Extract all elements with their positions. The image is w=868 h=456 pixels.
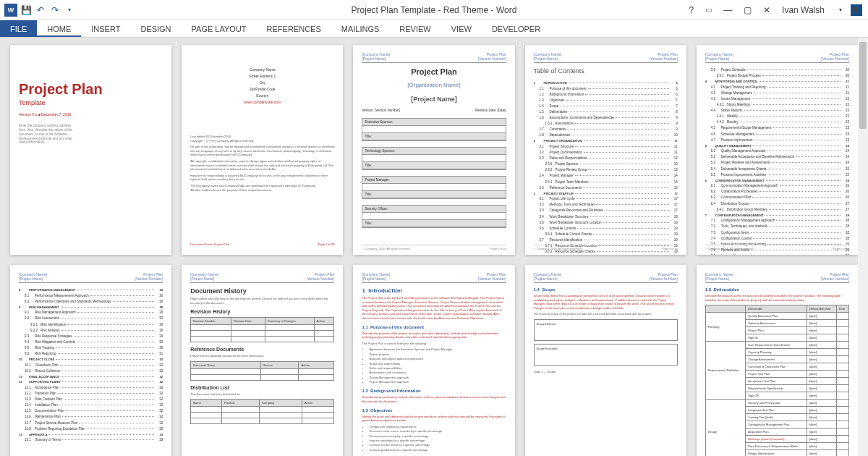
toc-entry: 1.6.1Assumptions9 — [534, 121, 678, 127]
toc-entry: 7.1Configuration Management Approach28 — [705, 218, 849, 224]
undo-icon[interactable]: ↶ — [35, 4, 46, 16]
user-badge[interactable]: K — [851, 4, 862, 16]
toc-entry: 12.4Installation Plan32 — [19, 402, 163, 408]
vertical-scrollbar[interactable] — [858, 38, 868, 456]
toc-entry: 2PROJECT ORGANIZATION11 — [534, 138, 678, 144]
page-thumbnail[interactable]: [Company Name][Project Name] Project Pla… — [525, 265, 686, 456]
distribution-table: NamePositionCompanyAction — [190, 399, 334, 424]
toc-entry: 9.6Risk Reporting31 — [19, 351, 163, 357]
toc-entry: 4MONITORING AND CONTROL21 — [705, 79, 849, 85]
toc-entry: 6.3Communication Plan26 — [705, 195, 849, 200]
toc-entry: 6COMMUNICATION MANAGEMENT26 — [705, 178, 849, 184]
page-thumbnail[interactable]: [Company Name][Project Name] Project Pla… — [697, 45, 858, 255]
pages-grid: Project Plan Template Version X.x ■ Dece… — [10, 45, 858, 456]
section-heading: 1 Introduction — [362, 287, 506, 294]
bullet-list: Agreement between the Executive Sponsor … — [369, 347, 506, 384]
page-header: [Company Name][Project Name] Project Pla… — [362, 272, 506, 283]
toc-entry: 1.3Objectives7 — [534, 98, 678, 104]
page-header: [Company Name][Project Name] Project Pla… — [534, 52, 678, 63]
toc-entry: 1.7Constraints9 — [534, 127, 678, 132]
close-icon[interactable]: ✕ — [760, 4, 773, 17]
toc-entry: 7.2Tools, Techniques, and methods28 — [705, 224, 849, 229]
scope-box: Scope Excluded — [534, 344, 678, 366]
toc-entry: 3.2Methods, Tools and Techniques17 — [534, 202, 678, 208]
subsection: 1.1 Purpose of this document — [362, 325, 506, 329]
page-thumbnail[interactable]: Project Plan Template Version X.x ■ Dece… — [10, 45, 171, 255]
signature-box: Security Officer:Title: — [362, 205, 506, 228]
page-thumbnail[interactable]: [Company Name][Project Name] Project Pla… — [10, 265, 171, 456]
qat-dropdown-icon[interactable]: ▾ — [64, 4, 75, 16]
tab-developer[interactable]: DEVELOPER — [482, 20, 550, 37]
page-header: [Company Name][Project Name] Project Pla… — [534, 272, 678, 283]
page-thumbnail[interactable]: [Company Name][Project Name] Project Pla… — [353, 265, 514, 456]
toc-list: 8PERFORMANCE MANAGEMENT308.1Performance … — [19, 287, 163, 443]
toc-entry: 2.4.1Project Team Members14 — [534, 180, 678, 185]
toc-entry: 13.1Glossary of Terms33 — [19, 437, 163, 443]
page-thumbnail[interactable]: [Company Name][Project Name] Project Pla… — [353, 45, 514, 255]
revision-table: Revision NumberRevision DateSummary of C… — [190, 317, 334, 342]
tab-view[interactable]: VIEW — [441, 20, 482, 37]
cover-description: Enter the company address address here. … — [19, 124, 77, 145]
maximize-icon[interactable]: ▢ — [741, 4, 754, 17]
toc-entry: 5.5Process Improvement Activities25 — [705, 172, 849, 178]
page-thumbnail[interactable]: [Company Name][Project Name] Project Pla… — [182, 265, 343, 456]
toc-entry: 12.8Problem Reporting Escalation Plan32 — [19, 426, 163, 432]
toc-entry: 12.6Maintenance Plan32 — [19, 414, 163, 420]
scope-box: Scope Defined — [534, 319, 678, 341]
tab-review[interactable]: REVIEW — [389, 20, 441, 37]
toc-entry: 1.1Purpose of this document6 — [534, 86, 678, 92]
pages-area[interactable]: Project Plan Template Version X.x ■ Dece… — [0, 38, 868, 456]
toc-entry: 5.1Quality Management Approach24 — [705, 148, 849, 154]
toc-entry: 6.2Collaboration Procedures26 — [705, 189, 849, 195]
tab-page-layout[interactable]: PAGE LAYOUT — [182, 20, 257, 37]
legal-text: Last edited: 07 December 2016 Copyright … — [190, 135, 334, 192]
toc-entry: 1.5Deliverables8 — [534, 109, 678, 115]
form-meta: Version: [Version Number] Revision Date:… — [362, 109, 506, 112]
toc-entry: 4.4.1Weekly23 — [705, 114, 849, 119]
tab-file[interactable]: FILE — [0, 20, 37, 37]
toc-entry: 3.3Categorize Resources and Estimates17 — [534, 208, 678, 214]
page-thumbnail[interactable]: [Company Name][Project Name] Project Pla… — [697, 265, 858, 456]
tab-mailings[interactable]: MAILINGS — [331, 20, 390, 37]
ribbon-options-icon[interactable]: ▭ — [702, 4, 715, 15]
toc-entry: 9.2.1Risk Identification30 — [19, 322, 163, 328]
toc-entry: 4.3Issues Management22 — [705, 96, 849, 102]
signature-box: Executive Sponsor:Title: — [362, 118, 506, 141]
scroll-thumb[interactable] — [859, 42, 867, 129]
toc-entry: 1INTRODUCTION6 — [534, 80, 678, 86]
page-thumbnail[interactable]: [Company Name][Project Name] Project Pla… — [525, 45, 686, 255]
form-title: Project Plan — [362, 67, 506, 76]
toc-entry: 2.3.1Project Sponsor13 — [534, 161, 678, 167]
tab-home[interactable]: HOME — [37, 20, 81, 37]
toc-entry: 4.4Status Reports23 — [705, 108, 849, 114]
toc-entry: 12.7Project Service Measure Plan32 — [19, 421, 163, 426]
toc-entry: 9.2Risk Assessment30 — [19, 316, 163, 321]
tab-design[interactable]: DESIGN — [130, 20, 181, 37]
toc-entry: 5.2Deliverable Acceptance and Baseline M… — [705, 154, 849, 160]
proj-name: [Project Name] — [362, 96, 506, 103]
cover-title: Project Plan — [19, 81, 163, 98]
subsection: 1.4 Scope — [534, 287, 678, 292]
toc-entry: 1.4Scope7 — [534, 104, 678, 109]
toc-entry: 4.4.2Monthly23 — [705, 119, 849, 125]
page-footer: Document Name: Project Plan Page 2 of 33 — [190, 242, 334, 246]
toc-entry: 7.4Configuration Control28 — [705, 236, 849, 242]
help-icon[interactable]: ? — [686, 4, 697, 17]
user-dropdown-icon[interactable]: ▾ — [836, 5, 845, 14]
toc-entry: 9.4Risk Mitigation and Controls30 — [19, 339, 163, 345]
save-icon[interactable]: 💾 — [20, 4, 32, 16]
tab-references[interactable]: REFERENCES — [257, 20, 331, 37]
toc-entry: 7CONFIGURATION MANAGEMENT28 — [705, 213, 849, 219]
page-thumbnail[interactable]: Company Name Street Address 1 City Zip/P… — [182, 45, 343, 255]
toc-entry: 9.2.2Risk Analysis30 — [19, 328, 163, 334]
toc-entry: 8.2Performance Objectives and Standards … — [19, 299, 163, 305]
redo-icon[interactable]: ↷ — [49, 4, 61, 16]
minimize-icon[interactable]: — — [720, 4, 735, 17]
toc-entry: 3.6Schedule Controls19 — [534, 226, 678, 232]
toc-entry: 7.3Configuration Items28 — [705, 230, 849, 236]
subsection: 1.5 Deliverables — [705, 287, 849, 292]
tab-insert[interactable]: INSERT — [81, 20, 130, 37]
quick-access-toolbar: W 💾 ↶ ↷ ▾ — [0, 4, 80, 17]
toc-entry: 3.5Work Breakdown Structure Location19 — [534, 220, 678, 226]
toc-entry: 5QUALITY MANAGEMENT24 — [705, 143, 849, 149]
